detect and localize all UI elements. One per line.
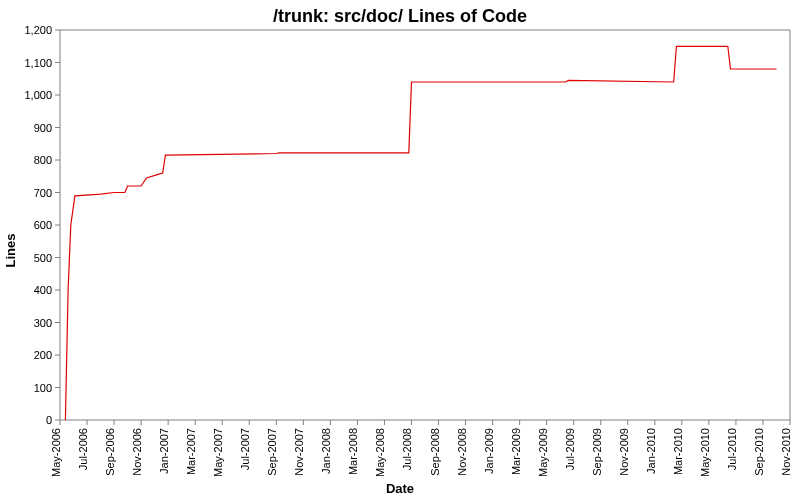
x-tick-label: Mar-2007 [185, 428, 197, 475]
y-tick-label: 0 [46, 414, 52, 426]
x-tick-label: Jan-2008 [320, 428, 332, 474]
x-tick-label: Jul-2010 [726, 428, 738, 470]
x-tick-label: Sep-2006 [104, 428, 116, 476]
y-tick-label: 800 [34, 154, 52, 166]
x-tick-label: Jul-2007 [239, 428, 251, 470]
x-tick-label: Nov-2007 [293, 428, 305, 476]
y-tick-label: 200 [34, 349, 52, 361]
y-tick-label: 100 [34, 382, 52, 394]
x-tick-label: Nov-2008 [456, 428, 468, 476]
x-tick-label: Jan-2007 [158, 428, 170, 474]
x-tick-label: Jul-2009 [564, 428, 576, 470]
x-tick-label: Sep-2007 [266, 428, 278, 476]
x-tick-label: Nov-2006 [131, 428, 143, 476]
x-tick-label: May-2010 [699, 428, 711, 477]
y-tick-label: 1,000 [24, 89, 52, 101]
y-tick-label: 900 [34, 122, 52, 134]
x-tick-label: May-2006 [50, 428, 62, 477]
x-tick-label: Mar-2009 [510, 428, 522, 475]
x-tick-label: Mar-2010 [672, 428, 684, 475]
y-tick-label: 500 [34, 252, 52, 264]
y-tick-label: 600 [34, 219, 52, 231]
x-tick-label: Sep-2010 [753, 428, 765, 476]
x-tick-label: Jan-2009 [483, 428, 495, 474]
y-tick-label: 1,100 [24, 57, 52, 69]
y-tick-label: 300 [34, 317, 52, 329]
x-tick-label: Jan-2010 [645, 428, 657, 474]
x-tick-label: May-2007 [212, 428, 224, 477]
y-tick-label: 400 [34, 284, 52, 296]
x-tick-label: Jul-2006 [77, 428, 89, 470]
x-tick-label: Mar-2008 [347, 428, 359, 475]
x-tick-label: Nov-2009 [618, 428, 630, 476]
y-tick-label: 700 [34, 187, 52, 199]
x-tick-label: Nov-2010 [780, 428, 792, 476]
x-tick-label: May-2009 [537, 428, 549, 477]
chart-svg: 01002003004005006007008009001,0001,1001,… [0, 0, 800, 500]
data-series-line [65, 46, 776, 420]
x-tick-label: Jul-2008 [401, 428, 413, 470]
svg-rect-0 [60, 30, 790, 420]
x-tick-label: May-2008 [374, 428, 386, 477]
y-tick-label: 1,200 [24, 24, 52, 36]
x-tick-label: Sep-2008 [429, 428, 441, 476]
chart-container: /trunk: src/doc/ Lines of Code Lines Dat… [0, 0, 800, 500]
x-tick-label: Sep-2009 [591, 428, 603, 476]
